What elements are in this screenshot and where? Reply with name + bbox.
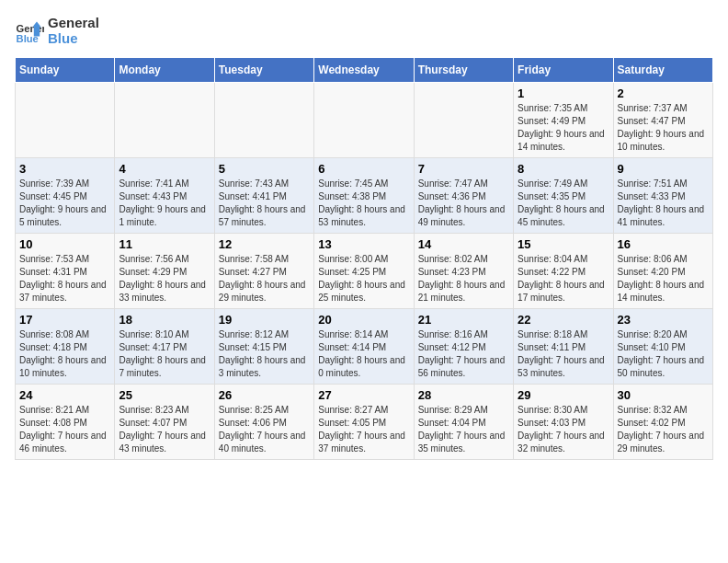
day-info: Sunrise: 8:06 AM Sunset: 4:20 PM Dayligh… bbox=[618, 253, 709, 304]
day-info: Sunrise: 8:02 AM Sunset: 4:23 PM Dayligh… bbox=[418, 253, 509, 304]
day-info: Sunrise: 8:32 AM Sunset: 4:02 PM Dayligh… bbox=[618, 404, 709, 455]
day-number: 21 bbox=[418, 313, 509, 327]
calendar-cell: 13Sunrise: 8:00 AM Sunset: 4:25 PM Dayli… bbox=[314, 234, 414, 309]
day-number: 29 bbox=[518, 388, 609, 402]
calendar-cell: 7Sunrise: 7:47 AM Sunset: 4:36 PM Daylig… bbox=[414, 158, 513, 234]
day-info: Sunrise: 8:29 AM Sunset: 4:04 PM Dayligh… bbox=[418, 404, 509, 455]
day-info: Sunrise: 8:20 AM Sunset: 4:10 PM Dayligh… bbox=[618, 328, 709, 380]
day-number: 1 bbox=[518, 86, 609, 100]
calendar-cell: 2Sunrise: 7:37 AM Sunset: 4:47 PM Daylig… bbox=[613, 83, 712, 158]
day-number: 5 bbox=[219, 162, 310, 176]
day-info: Sunrise: 8:08 AM Sunset: 4:18 PM Dayligh… bbox=[19, 328, 110, 380]
calendar-cell: 27Sunrise: 8:27 AM Sunset: 4:05 PM Dayli… bbox=[314, 385, 414, 460]
calendar-cell: 23Sunrise: 8:20 AM Sunset: 4:10 PM Dayli… bbox=[613, 309, 712, 385]
day-number: 16 bbox=[618, 237, 709, 251]
day-info: Sunrise: 8:25 AM Sunset: 4:06 PM Dayligh… bbox=[219, 404, 310, 455]
day-number: 4 bbox=[119, 162, 210, 176]
calendar-cell: 9Sunrise: 7:51 AM Sunset: 4:33 PM Daylig… bbox=[613, 158, 712, 234]
calendar-cell bbox=[16, 83, 115, 158]
calendar-cell bbox=[314, 83, 414, 158]
calendar-cell: 29Sunrise: 8:30 AM Sunset: 4:03 PM Dayli… bbox=[514, 385, 613, 460]
day-number: 12 bbox=[219, 237, 310, 251]
day-info: Sunrise: 7:47 AM Sunset: 4:36 PM Dayligh… bbox=[418, 178, 509, 229]
day-number: 10 bbox=[19, 237, 110, 251]
day-number: 6 bbox=[318, 162, 409, 176]
logo-icon: General Blue bbox=[15, 16, 44, 45]
calendar-cell: 18Sunrise: 8:10 AM Sunset: 4:17 PM Dayli… bbox=[115, 309, 214, 385]
day-info: Sunrise: 7:51 AM Sunset: 4:33 PM Dayligh… bbox=[618, 178, 709, 229]
day-info: Sunrise: 8:30 AM Sunset: 4:03 PM Dayligh… bbox=[518, 404, 609, 455]
day-info: Sunrise: 7:45 AM Sunset: 4:38 PM Dayligh… bbox=[318, 178, 409, 229]
day-number: 26 bbox=[219, 388, 310, 402]
calendar-cell: 19Sunrise: 8:12 AM Sunset: 4:15 PM Dayli… bbox=[214, 309, 313, 385]
day-number: 14 bbox=[418, 237, 509, 251]
calendar-cell: 24Sunrise: 8:21 AM Sunset: 4:08 PM Dayli… bbox=[16, 385, 115, 460]
day-info: Sunrise: 7:53 AM Sunset: 4:31 PM Dayligh… bbox=[19, 253, 110, 304]
calendar-cell: 4Sunrise: 7:41 AM Sunset: 4:43 PM Daylig… bbox=[115, 158, 214, 234]
day-info: Sunrise: 8:27 AM Sunset: 4:05 PM Dayligh… bbox=[318, 404, 409, 455]
day-number: 2 bbox=[618, 86, 709, 100]
day-info: Sunrise: 7:39 AM Sunset: 4:45 PM Dayligh… bbox=[19, 178, 110, 229]
calendar-cell: 10Sunrise: 7:53 AM Sunset: 4:31 PM Dayli… bbox=[16, 234, 115, 309]
calendar-cell: 1Sunrise: 7:35 AM Sunset: 4:49 PM Daylig… bbox=[514, 83, 613, 158]
day-header-thursday: Thursday bbox=[414, 58, 513, 83]
day-info: Sunrise: 8:16 AM Sunset: 4:12 PM Dayligh… bbox=[418, 328, 509, 380]
day-number: 20 bbox=[318, 313, 409, 327]
calendar-cell: 15Sunrise: 8:04 AM Sunset: 4:22 PM Dayli… bbox=[514, 234, 613, 309]
calendar-cell: 20Sunrise: 8:14 AM Sunset: 4:14 PM Dayli… bbox=[314, 309, 414, 385]
calendar-cell: 11Sunrise: 7:56 AM Sunset: 4:29 PM Dayli… bbox=[115, 234, 214, 309]
day-number: 17 bbox=[19, 313, 110, 327]
day-info: Sunrise: 8:14 AM Sunset: 4:14 PM Dayligh… bbox=[318, 328, 409, 380]
day-number: 8 bbox=[518, 162, 609, 176]
day-number: 25 bbox=[119, 388, 210, 402]
day-number: 18 bbox=[119, 313, 210, 327]
day-number: 27 bbox=[318, 388, 409, 402]
day-info: Sunrise: 8:23 AM Sunset: 4:07 PM Dayligh… bbox=[119, 404, 210, 455]
day-info: Sunrise: 7:49 AM Sunset: 4:35 PM Dayligh… bbox=[518, 178, 609, 229]
calendar-cell: 26Sunrise: 8:25 AM Sunset: 4:06 PM Dayli… bbox=[214, 385, 313, 460]
calendar-cell bbox=[414, 83, 513, 158]
day-number: 22 bbox=[518, 313, 609, 327]
calendar-cell: 6Sunrise: 7:45 AM Sunset: 4:38 PM Daylig… bbox=[314, 158, 414, 234]
calendar-cell: 14Sunrise: 8:02 AM Sunset: 4:23 PM Dayli… bbox=[414, 234, 513, 309]
calendar-cell: 3Sunrise: 7:39 AM Sunset: 4:45 PM Daylig… bbox=[16, 158, 115, 234]
day-header-sunday: Sunday bbox=[16, 58, 115, 83]
day-info: Sunrise: 7:43 AM Sunset: 4:41 PM Dayligh… bbox=[219, 178, 310, 229]
day-info: Sunrise: 8:12 AM Sunset: 4:15 PM Dayligh… bbox=[219, 328, 310, 380]
day-info: Sunrise: 7:37 AM Sunset: 4:47 PM Dayligh… bbox=[618, 102, 709, 154]
day-number: 9 bbox=[618, 162, 709, 176]
day-number: 23 bbox=[618, 313, 709, 327]
day-header-wednesday: Wednesday bbox=[314, 58, 414, 83]
day-info: Sunrise: 8:00 AM Sunset: 4:25 PM Dayligh… bbox=[318, 253, 409, 304]
calendar-cell: 5Sunrise: 7:43 AM Sunset: 4:41 PM Daylig… bbox=[214, 158, 313, 234]
logo: General Blue General Blue bbox=[15, 15, 99, 46]
calendar-cell: 16Sunrise: 8:06 AM Sunset: 4:20 PM Dayli… bbox=[613, 234, 712, 309]
day-info: Sunrise: 8:10 AM Sunset: 4:17 PM Dayligh… bbox=[119, 328, 210, 380]
calendar-cell bbox=[115, 83, 214, 158]
day-info: Sunrise: 7:58 AM Sunset: 4:27 PM Dayligh… bbox=[219, 253, 310, 304]
day-number: 28 bbox=[418, 388, 509, 402]
calendar-cell: 21Sunrise: 8:16 AM Sunset: 4:12 PM Dayli… bbox=[414, 309, 513, 385]
day-number: 7 bbox=[418, 162, 509, 176]
day-header-friday: Friday bbox=[514, 58, 613, 83]
page-header: General Blue General Blue bbox=[15, 15, 713, 46]
day-info: Sunrise: 8:04 AM Sunset: 4:22 PM Dayligh… bbox=[518, 253, 609, 304]
day-number: 3 bbox=[19, 162, 110, 176]
day-info: Sunrise: 8:21 AM Sunset: 4:08 PM Dayligh… bbox=[19, 404, 110, 455]
day-number: 24 bbox=[19, 388, 110, 402]
day-number: 13 bbox=[318, 237, 409, 251]
calendar-cell: 30Sunrise: 8:32 AM Sunset: 4:02 PM Dayli… bbox=[613, 385, 712, 460]
day-info: Sunrise: 7:56 AM Sunset: 4:29 PM Dayligh… bbox=[119, 253, 210, 304]
day-header-monday: Monday bbox=[115, 58, 214, 83]
day-info: Sunrise: 8:18 AM Sunset: 4:11 PM Dayligh… bbox=[518, 328, 609, 380]
day-number: 11 bbox=[119, 237, 210, 251]
day-number: 15 bbox=[518, 237, 609, 251]
day-number: 30 bbox=[618, 388, 709, 402]
calendar-cell: 25Sunrise: 8:23 AM Sunset: 4:07 PM Dayli… bbox=[115, 385, 214, 460]
calendar-cell: 12Sunrise: 7:58 AM Sunset: 4:27 PM Dayli… bbox=[214, 234, 313, 309]
calendar-cell: 8Sunrise: 7:49 AM Sunset: 4:35 PM Daylig… bbox=[514, 158, 613, 234]
day-header-saturday: Saturday bbox=[613, 58, 712, 83]
calendar-cell: 28Sunrise: 8:29 AM Sunset: 4:04 PM Dayli… bbox=[414, 385, 513, 460]
calendar-cell: 22Sunrise: 8:18 AM Sunset: 4:11 PM Dayli… bbox=[514, 309, 613, 385]
calendar-cell: 17Sunrise: 8:08 AM Sunset: 4:18 PM Dayli… bbox=[16, 309, 115, 385]
